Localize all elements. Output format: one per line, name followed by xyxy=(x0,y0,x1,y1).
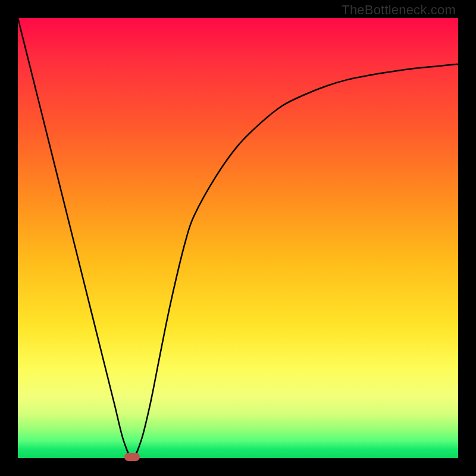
plot-area xyxy=(18,18,458,458)
minimum-marker xyxy=(124,453,140,461)
watermark-text: TheBottleneck.com xyxy=(342,2,456,18)
curve-svg xyxy=(18,18,458,458)
bottleneck-curve xyxy=(18,18,458,458)
chart-frame: TheBottleneck.com xyxy=(0,0,476,476)
